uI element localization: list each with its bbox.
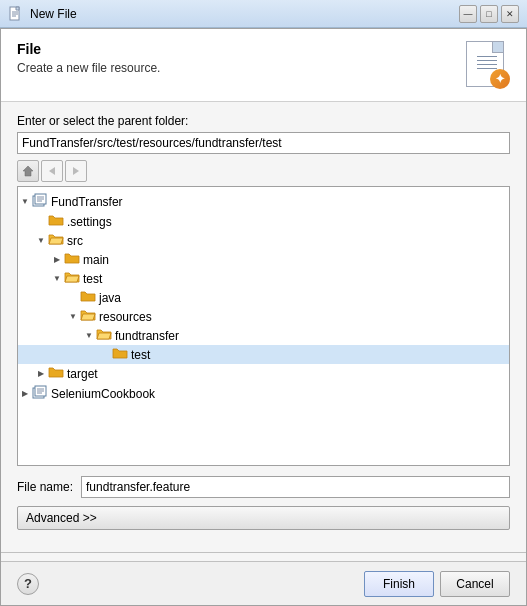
header-section: File Create a new file resource. ✦: [1, 29, 526, 102]
tree-label-test2: test: [131, 348, 150, 362]
toggle-src[interactable]: ▼: [34, 234, 48, 248]
tree-label-main: main: [83, 253, 109, 267]
filename-label: File name:: [17, 480, 73, 494]
file-icon: ✦: [462, 41, 510, 89]
finish-button[interactable]: Finish: [364, 571, 434, 597]
folder-icon-main: [64, 251, 80, 268]
footer: ? Finish Cancel: [1, 561, 526, 605]
tree-item-fundtransfer2[interactable]: ▼ fundtransfer: [18, 326, 509, 345]
tree-item-settings[interactable]: .settings: [18, 212, 509, 231]
tree-item-src[interactable]: ▼ src: [18, 231, 509, 250]
tree-label-fundtransfer2: fundtransfer: [115, 329, 179, 343]
nav-forward-button[interactable]: [65, 160, 87, 182]
folder-icon-fundtransfer2: [96, 327, 112, 344]
tree-item-seleniumcookbook[interactable]: ▶ SeleniumCookbook: [18, 383, 509, 404]
tree-label-fundtransfer: FundTransfer: [51, 195, 123, 209]
toggle-target[interactable]: ▶: [34, 367, 48, 381]
tree-item-fundtransfer[interactable]: ▼ FundTransfer: [18, 191, 509, 212]
tree-item-resources[interactable]: ▼ resources: [18, 307, 509, 326]
folder-icon-src: [48, 232, 64, 249]
toggle-resources[interactable]: ▼: [66, 310, 80, 324]
nav-toolbar: [17, 160, 510, 182]
separator: [1, 552, 526, 553]
tree-label-resources: resources: [99, 310, 152, 324]
toggle-java[interactable]: [66, 291, 80, 305]
tree-container[interactable]: ▼ FundTransfer .settings▼ src▶ main▼ tes…: [17, 186, 510, 466]
tree-label-java: java: [99, 291, 121, 305]
path-label: Enter or select the parent folder:: [17, 114, 510, 128]
folder-icon-seleniumcookbook: [32, 384, 48, 403]
toggle-main[interactable]: ▶: [50, 253, 64, 267]
svg-marker-5: [23, 166, 33, 176]
footer-buttons: Finish Cancel: [364, 571, 510, 597]
header-subtitle: Create a new file resource.: [17, 61, 160, 75]
file-icon-badge: ✦: [490, 69, 510, 89]
header-title: File: [17, 41, 160, 57]
tree-item-java[interactable]: java: [18, 288, 509, 307]
svg-marker-1: [16, 7, 19, 10]
filename-input[interactable]: [81, 476, 510, 498]
tree-item-test2[interactable]: test: [18, 345, 509, 364]
advanced-button[interactable]: Advanced >>: [17, 506, 510, 530]
toggle-seleniumcookbook[interactable]: ▶: [18, 387, 32, 401]
folder-icon-test2: [112, 346, 128, 363]
tree-item-main[interactable]: ▶ main: [18, 250, 509, 269]
close-button[interactable]: ✕: [501, 5, 519, 23]
tree-label-seleniumcookbook: SeleniumCookbook: [51, 387, 155, 401]
folder-icon-test: [64, 270, 80, 287]
folder-icon-settings: [48, 213, 64, 230]
toggle-test[interactable]: ▼: [50, 272, 64, 286]
folder-icon-fundtransfer: [32, 192, 48, 211]
folder-icon-target: [48, 365, 64, 382]
toggle-fundtransfer[interactable]: ▼: [18, 195, 32, 209]
svg-marker-7: [73, 167, 79, 175]
toggle-fundtransfer2[interactable]: ▼: [82, 329, 96, 343]
nav-home-button[interactable]: [17, 160, 39, 182]
path-input[interactable]: [17, 132, 510, 154]
title-bar-title: New File: [30, 7, 459, 21]
folder-icon-java: [80, 289, 96, 306]
filename-row: File name:: [17, 476, 510, 498]
header-text: File Create a new file resource.: [17, 41, 160, 75]
toggle-settings[interactable]: [34, 215, 48, 229]
tree-label-test: test: [83, 272, 102, 286]
tree-label-settings: .settings: [67, 215, 112, 229]
cancel-button[interactable]: Cancel: [440, 571, 510, 597]
svg-marker-6: [49, 167, 55, 175]
tree-label-src: src: [67, 234, 83, 248]
minimize-button[interactable]: —: [459, 5, 477, 23]
tree-label-target: target: [67, 367, 98, 381]
title-bar-buttons: — □ ✕: [459, 5, 519, 23]
toggle-test2[interactable]: [98, 348, 112, 362]
body-section: Enter or select the parent folder: ▼: [1, 102, 526, 552]
tree-item-target[interactable]: ▶ target: [18, 364, 509, 383]
nav-back-button[interactable]: [41, 160, 63, 182]
help-button[interactable]: ?: [17, 573, 39, 595]
title-bar-icon: [8, 6, 24, 22]
folder-icon-resources: [80, 308, 96, 325]
dialog: File Create a new file resource. ✦ Enter…: [0, 28, 527, 606]
maximize-button[interactable]: □: [480, 5, 498, 23]
tree-item-test[interactable]: ▼ test: [18, 269, 509, 288]
title-bar: New File — □ ✕: [0, 0, 527, 28]
